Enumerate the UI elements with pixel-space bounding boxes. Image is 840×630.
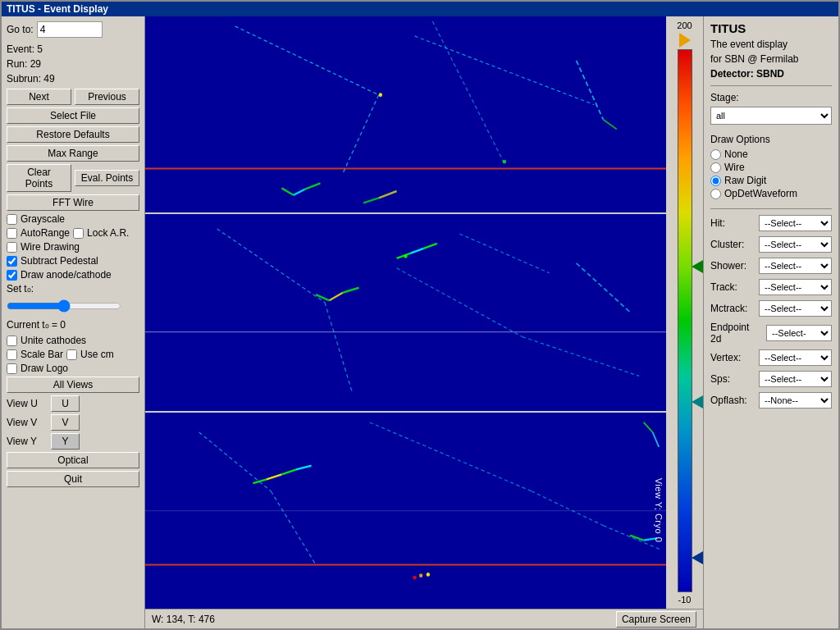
endpoint2d-row: Endpoint 2d --Select- xyxy=(710,322,832,345)
unite-cathodes-label: Unite cathodes xyxy=(21,335,86,346)
tracks-svg-2 xyxy=(145,214,666,410)
svg-rect-15 xyxy=(145,214,666,410)
mctrack-label: Mctrack: xyxy=(710,303,756,314)
all-views-button[interactable]: All Views xyxy=(7,377,139,393)
view-panel-2[interactable] xyxy=(145,214,666,412)
arrow-bottom xyxy=(692,551,703,564)
draw-options-header: Draw Options xyxy=(710,134,832,145)
run-label: Run: 29 xyxy=(7,57,139,71)
cluster-select[interactable]: --Select-- xyxy=(759,236,832,253)
use-cm-checkbox[interactable] xyxy=(66,349,77,360)
radio-opdet[interactable] xyxy=(710,189,721,199)
app-subtitle1: The event display xyxy=(710,39,832,50)
draw-logo-label: Draw Logo xyxy=(21,363,68,374)
mctrack-select[interactable]: --Select-- xyxy=(759,300,832,317)
app-title: TITUS xyxy=(710,21,832,35)
track-label: Track: xyxy=(710,281,756,293)
hit-select[interactable]: --Select-- xyxy=(759,215,832,231)
current-t0: Current t₀ = 0 xyxy=(7,317,139,332)
draw-anode-checkbox[interactable] xyxy=(7,270,17,281)
sps-select[interactable]: --Select-- xyxy=(759,371,832,387)
goto-input[interactable] xyxy=(37,21,103,38)
title-bar: TITUS - Event Display xyxy=(2,2,838,16)
use-cm-label: Use cm xyxy=(80,349,114,360)
fft-wire-button[interactable]: FFT Wire xyxy=(7,194,139,211)
select-file-button[interactable]: Select File xyxy=(7,107,139,124)
mctrack-row: Mctrack: --Select-- xyxy=(710,300,832,317)
shower-label: Shower: xyxy=(710,260,756,272)
event-display[interactable]: View Y; Cryo 0 xyxy=(145,16,666,609)
grayscale-label: Grayscale xyxy=(21,213,65,225)
svg-rect-0 xyxy=(145,16,666,212)
arrow-top xyxy=(679,33,691,48)
draw-anode-row: Draw anode/cathode xyxy=(7,269,139,281)
opflash-select[interactable]: --None-- xyxy=(759,392,832,409)
opflash-row: Opflash: --None-- xyxy=(710,392,832,409)
cluster-label: Cluster: xyxy=(710,239,756,250)
radio-opdet-row: OpDetWaveform xyxy=(710,188,832,199)
radio-wire-label: Wire xyxy=(724,162,745,173)
stage-select[interactable]: all xyxy=(710,107,832,125)
restore-defaults-button[interactable]: Restore Defaults xyxy=(7,126,139,143)
scale-bar-checkbox[interactable] xyxy=(7,349,17,360)
opflash-label: Opflash: xyxy=(710,395,756,406)
svg-point-43 xyxy=(419,573,422,578)
t0-slider-container xyxy=(7,298,139,315)
grayscale-checkbox[interactable] xyxy=(7,214,17,225)
arrow-mid xyxy=(692,260,703,273)
colorscale-max: 200 xyxy=(677,21,692,30)
view-u-row: View U U xyxy=(7,395,139,412)
subtract-pedestal-row: Subtract Pedestal xyxy=(7,255,139,267)
t0-slider[interactable] xyxy=(7,299,121,313)
quit-button[interactable]: Quit xyxy=(7,471,139,487)
view-panel-1[interactable] xyxy=(145,16,666,214)
subtract-pedestal-checkbox[interactable] xyxy=(7,256,17,267)
autorange-checkbox[interactable] xyxy=(7,228,17,239)
clear-points-button[interactable]: Clear Points xyxy=(7,164,71,192)
draw-logo-row: Draw Logo xyxy=(7,363,139,374)
scale-bar-label: Scale Bar xyxy=(21,349,63,360)
radio-rawdigit[interactable] xyxy=(710,176,721,186)
view-panel-3[interactable]: View Y; Cryo 0 xyxy=(145,413,666,609)
radio-none[interactable] xyxy=(710,149,721,160)
tracks-svg-1 xyxy=(145,16,666,212)
vertex-select[interactable]: --Select-- xyxy=(759,349,832,366)
radio-none-row: None xyxy=(710,148,832,160)
endpoint2d-select[interactable]: --Select- xyxy=(766,325,832,341)
unite-cathodes-checkbox[interactable] xyxy=(7,336,17,346)
subrun-label: Subrun: 49 xyxy=(7,71,139,86)
main-window: TITUS - Event Display Go to: Event: 5 Ru… xyxy=(0,0,840,630)
previous-button[interactable]: Previous xyxy=(75,89,139,105)
eval-points-button[interactable]: Eval. Points xyxy=(75,170,139,186)
draw-logo-checkbox[interactable] xyxy=(7,363,17,374)
svg-point-29 xyxy=(404,254,407,258)
status-left: W: 134, T: 476 xyxy=(152,614,215,625)
shower-select[interactable]: --Select-- xyxy=(759,258,832,274)
radio-rawdigit-label: Raw Digit xyxy=(724,175,766,186)
shower-row: Shower: --Select-- xyxy=(710,258,832,274)
track-select[interactable]: --Select-- xyxy=(759,279,832,295)
lock-ar-checkbox[interactable] xyxy=(73,228,84,239)
colorscale-bar xyxy=(678,49,692,592)
goto-label: Go to: xyxy=(7,24,34,35)
app-subtitle2: for SBN @ Fermilab xyxy=(710,53,832,65)
view-y-label: View Y xyxy=(7,436,48,447)
unite-cathodes-row: Unite cathodes xyxy=(7,335,139,346)
optical-button[interactable]: Optical xyxy=(7,452,139,468)
draw-anode-label: Draw anode/cathode xyxy=(21,269,112,281)
next-button[interactable]: Next xyxy=(7,89,71,105)
view-v-button[interactable]: V xyxy=(51,414,80,431)
wire-drawing-label: Wire Drawing xyxy=(21,241,80,253)
arrow-lower xyxy=(692,395,703,409)
scale-bar-row: Scale Bar Use cm xyxy=(7,349,139,360)
view-y-button[interactable]: Y xyxy=(51,433,80,450)
view-u-button[interactable]: U xyxy=(51,395,80,412)
radio-wire[interactable] xyxy=(710,162,721,173)
event-info: Event: 5 Run: 29 Subrun: 49 xyxy=(7,42,139,86)
max-range-button[interactable]: Max Range xyxy=(7,145,139,162)
autorange-row: AutoRange Lock A.R. xyxy=(7,227,139,239)
wire-drawing-checkbox[interactable] xyxy=(7,242,17,253)
content-area: Go to: Event: 5 Run: 29 Subrun: 49 Next … xyxy=(2,16,838,628)
capture-screen-button[interactable]: Capture Screen xyxy=(616,611,696,628)
divider-1 xyxy=(710,85,832,86)
